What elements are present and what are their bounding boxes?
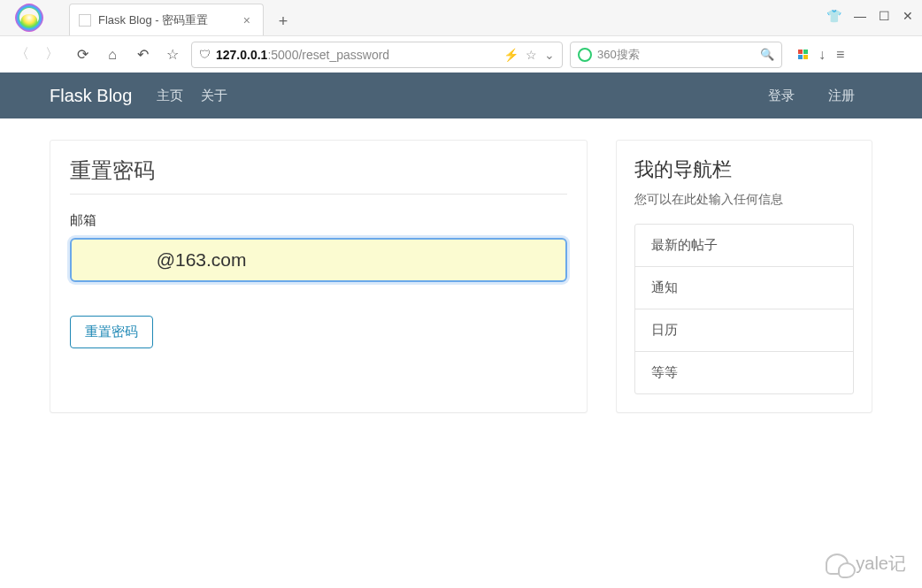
email-label: 邮箱: [70, 212, 567, 229]
watermark: yale记: [826, 552, 906, 576]
new-tab-button[interactable]: +: [269, 7, 297, 35]
browser-logo[interactable]: [4, 0, 55, 35]
sidebar-title: 我的导航栏: [634, 157, 854, 183]
sidebar-list: 最新的帖子 通知 日历 等等: [634, 224, 854, 394]
apps-icon[interactable]: [798, 50, 808, 59]
nav-about[interactable]: 关于: [201, 88, 227, 104]
tab-title: Flask Blog - 密码重置: [98, 12, 208, 28]
close-window-icon[interactable]: ✕: [903, 9, 913, 23]
sidebar-item-notice[interactable]: 通知: [635, 267, 853, 309]
back-button[interactable]: 〈: [11, 43, 34, 66]
url-text: 127.0.0.1:5000/reset_password: [216, 48, 389, 62]
site-navbar: Flask Blog 主页 关于 登录 注册: [0, 73, 922, 118]
reset-password-card: 重置密码 邮箱 重置密码: [50, 140, 588, 413]
download-icon[interactable]: ↓: [818, 47, 826, 63]
favorite-icon[interactable]: ☆: [526, 48, 537, 62]
sidebar-card: 我的导航栏 您可以在此处输入任何信息 最新的帖子 通知 日历 等等: [616, 140, 872, 413]
page-icon: [79, 14, 91, 27]
menu-icon[interactable]: ≡: [836, 47, 844, 63]
nav-register[interactable]: 注册: [828, 88, 855, 104]
sidebar-item-calendar[interactable]: 日历: [635, 309, 853, 352]
card-title: 重置密码: [70, 157, 567, 195]
bolt-icon[interactable]: ⚡: [503, 48, 519, 62]
wechat-icon: [826, 554, 849, 575]
undo-button[interactable]: ↶: [131, 43, 154, 66]
maximize-icon[interactable]: ☐: [879, 9, 890, 23]
email-input[interactable]: [70, 238, 567, 282]
watermark-text: yale记: [856, 552, 906, 576]
address-bar[interactable]: 🛡 127.0.0.1:5000/reset_password ⚡ ☆ ⌄: [191, 42, 563, 68]
shield-icon: 🛡: [199, 48, 211, 61]
sidebar-item-latest[interactable]: 最新的帖子: [635, 225, 853, 267]
reset-password-button[interactable]: 重置密码: [70, 316, 153, 348]
dropdown-icon[interactable]: ⌄: [544, 48, 555, 62]
search-icon[interactable]: 🔍: [760, 48, 774, 61]
tab-close-icon[interactable]: ×: [240, 13, 254, 27]
reload-button[interactable]: ⟳: [71, 43, 94, 66]
sidebar-desc: 您可以在此处输入任何信息: [634, 192, 854, 208]
home-button[interactable]: ⌂: [101, 43, 124, 66]
search-box[interactable]: 360搜索 🔍: [570, 42, 782, 68]
search-engine-icon: [578, 48, 592, 62]
search-placeholder: 360搜索: [597, 47, 640, 63]
forward-button[interactable]: 〉: [41, 43, 64, 66]
browser-tab[interactable]: Flask Blog - 密码重置 ×: [69, 4, 264, 35]
minimize-icon[interactable]: ―: [854, 9, 866, 23]
star-nav-icon[interactable]: ☆: [161, 43, 184, 66]
site-brand[interactable]: Flask Blog: [50, 86, 132, 106]
nav-login[interactable]: 登录: [768, 88, 795, 104]
skin-icon[interactable]: 👕: [826, 9, 841, 23]
nav-home[interactable]: 主页: [157, 88, 183, 104]
sidebar-item-etc[interactable]: 等等: [635, 352, 853, 393]
